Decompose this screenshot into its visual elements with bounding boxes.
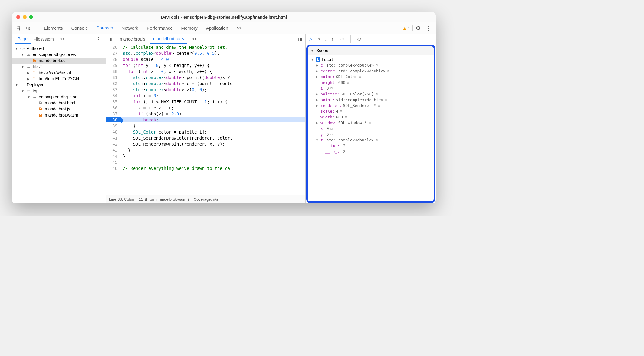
expand-icon[interactable]: ▶ [316,64,319,67]
memory-icon[interactable]: ⧈ [378,104,380,107]
scope-variable[interactable]: ▶renderer: SDL_Renderer *⧈ [308,103,434,108]
line-number[interactable]: 34 [106,93,121,98]
navigator-menu-icon[interactable]: ⋮ [96,36,101,42]
line-number[interactable]: 46 [106,166,121,171]
editor-tab-js[interactable]: mandelbrot.js [117,35,148,43]
inspect-element-icon[interactable] [15,25,22,32]
code-editor[interactable]: 26// Calculate and draw the Mandelbrot s… [106,44,305,195]
memory-icon[interactable]: ⧈ [376,138,378,142]
toggle-debugger-icon[interactable]: ◨ [296,37,304,41]
scope-variable[interactable]: ▶center: std::complex<double>⧈ [308,68,434,74]
code-line[interactable]: 26// Calculate and draw the Mandelbrot s… [106,44,305,50]
line-number[interactable]: 40 [106,130,121,134]
expand-icon[interactable]: ▶ [316,92,319,96]
tree-file-wasm[interactable]: 🗎mandelbrot.wasm [12,112,106,118]
scope-variable[interactable]: ▶color: SDL_Color⧈ [308,74,434,80]
code-line[interactable]: 30 for (int x = 0; x < width; x++) { [106,68,305,74]
scope-variable[interactable]: __re_: -2 [308,149,434,154]
line-number[interactable]: 32 [106,81,121,86]
scope-variable[interactable]: ▼z: std::complex<double>⧈ [308,137,434,143]
scope-variable[interactable]: y: 0⧈ [308,131,434,137]
line-number[interactable]: 42 [106,142,121,147]
memory-icon[interactable]: ⧈ [330,127,333,130]
line-number[interactable]: 31 [106,75,121,80]
tab-memory[interactable]: Memory [177,23,202,33]
tree-file-mandelbrot-cc[interactable]: 🗎mandelbrot.cc [12,58,106,64]
code-line[interactable]: 33 std::complex<double> z(0, 0); [106,87,305,93]
deactivate-breakpoints-icon[interactable]: ⬭̸ [357,36,361,42]
scope-variable[interactable]: ▶point: std::complex<double>⧈ [308,97,434,103]
maximize-window-button[interactable] [29,15,33,19]
code-line[interactable]: 32 std::complex<double> c = (point - cen… [106,81,305,87]
scope-variable[interactable]: ▶window: SDL_Window *⧈ [308,120,434,126]
code-line[interactable]: 28double scale = 4.0; [106,56,305,62]
line-number[interactable]: 26 [106,45,121,50]
memory-icon[interactable]: ⧈ [376,63,378,67]
line-number[interactable]: 41 [106,136,121,140]
code-line[interactable]: 44} [106,153,305,159]
code-line[interactable]: 27std::complex<double> center(0.5, 0.5); [106,50,305,56]
tree-file-proto[interactable]: ▼☁file:// [12,64,106,70]
code-line[interactable]: 43 } [106,147,305,153]
line-number[interactable]: 44 [106,154,121,159]
scope-variable[interactable]: ▶c: std::complex<double>⧈ [308,62,434,68]
expand-icon[interactable]: ▶ [316,98,319,101]
code-line[interactable]: 37 if (abs(z) > 2.0) [106,111,305,117]
scope-variable[interactable]: __im_: -2 [308,143,434,149]
tree-authored-domain[interactable]: ▼☁emscripten-dbg-stories [12,51,106,58]
tab-application[interactable]: Application [202,23,232,33]
memory-icon[interactable]: ⧈ [330,132,333,136]
code-line[interactable]: 46// Render everything we've drawn to th… [106,165,305,171]
expand-icon[interactable]: ▶ [316,69,319,73]
close-tab-icon[interactable]: × [182,36,184,41]
code-line[interactable]: 39 } [106,123,305,129]
code-line[interactable]: 31 std::complex<double> point((double)x … [106,74,305,81]
line-number[interactable]: 37 [106,111,121,116]
tree-authored[interactable]: ▼<>Authored [12,45,106,51]
scope-header[interactable]: ▼Scope [308,46,434,55]
expand-icon[interactable]: ▼ [316,138,319,142]
editor-tab-cc[interactable]: mandelbrot.cc× [150,35,187,44]
scope-variable[interactable]: i: 0⧈ [308,85,434,91]
line-number[interactable]: 27 [106,51,121,56]
close-window-button[interactable] [16,15,20,19]
line-number[interactable]: 38 [106,117,121,122]
tree-file-js[interactable]: 🗎mandelbrot.js [12,106,106,112]
tabs-overflow-button[interactable]: >> [232,23,246,33]
code-line[interactable]: 34 int i = 0; [106,93,305,99]
tab-performance[interactable]: Performance [143,23,177,33]
tree-folder-install[interactable]: ▶🗀b/s/w/ir/x/w/install [12,70,106,76]
tree-top[interactable]: ▼▭top [12,88,106,94]
editor-tabs-overflow[interactable]: >> [189,35,200,43]
memory-icon[interactable]: ⧈ [376,92,378,96]
code-line[interactable]: 36 z = z * z + c; [106,105,305,111]
memory-icon[interactable]: ⧈ [347,81,349,84]
memory-icon[interactable]: ⧈ [345,115,347,119]
step-over-icon[interactable]: ↷ [317,36,320,42]
memory-icon[interactable]: ⧈ [340,109,342,113]
tab-elements[interactable]: Elements [40,23,67,33]
source-map-link[interactable]: mandelbrot.wasm [156,197,188,202]
line-number[interactable]: 39 [106,124,121,128]
line-number[interactable]: 43 [106,148,121,153]
warnings-badge[interactable]: ▲ 1 [400,25,413,31]
scope-variable[interactable]: height: 600⧈ [308,80,434,85]
line-number[interactable]: 33 [106,87,121,92]
scope-variable[interactable]: ▶palette: SDL_Color[256]⧈ [308,91,434,97]
toggle-navigator-icon[interactable]: ◧ [108,37,115,41]
scope-variable[interactable]: scale: 4⧈ [308,108,434,114]
tab-page[interactable]: Page [15,35,31,44]
resume-icon[interactable]: ▷ [309,36,312,42]
line-number[interactable]: 29 [106,63,121,68]
memory-icon[interactable]: ⧈ [359,75,361,79]
step-out-icon[interactable]: ↑ [331,36,334,41]
step-icon[interactable]: →• [338,36,344,41]
expand-icon[interactable]: ▶ [316,121,319,124]
tab-filesystem[interactable]: Filesystem [31,35,57,43]
code-line[interactable]: 29for (int y = 0; y < height; y++) { [106,62,305,68]
tab-sources[interactable]: Sources [92,23,117,33]
line-number[interactable]: 28 [106,57,121,62]
line-number[interactable]: 35 [106,99,121,104]
tree-file-html[interactable]: 🗎mandelbrot.html [12,100,106,106]
settings-icon[interactable]: ⚙ [416,25,421,31]
